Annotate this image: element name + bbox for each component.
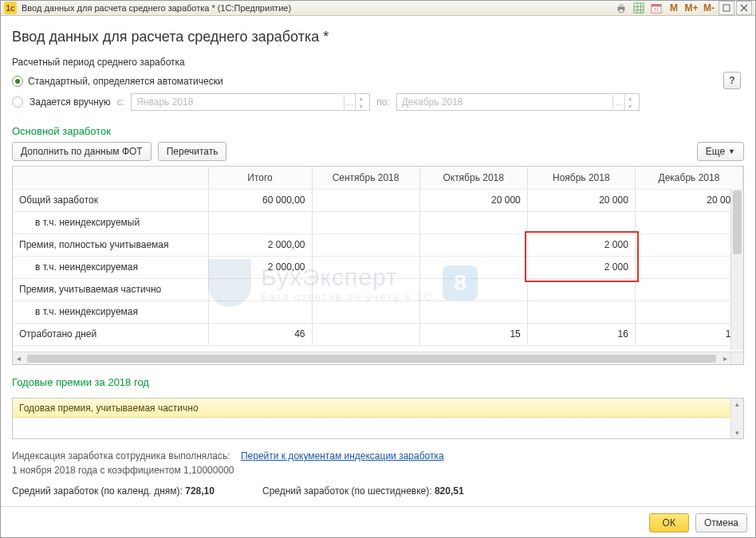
cancel-button[interactable]: Отмена xyxy=(695,513,747,532)
calendar-icon[interactable]: 31 xyxy=(648,1,664,15)
row-label-cell[interactable]: Премия, учитываемая частично xyxy=(13,278,208,300)
value-cell[interactable]: 2 000,00 xyxy=(208,256,312,278)
value-cell[interactable]: 2 000,00 xyxy=(208,234,312,256)
value-cell[interactable] xyxy=(527,300,635,323)
table-row[interactable]: в т.ч. неиндексируемый xyxy=(13,211,743,234)
from-ellipsis-icon[interactable]: … xyxy=(344,95,356,109)
from-spin-up-icon[interactable]: ▲ xyxy=(355,94,366,102)
radio-manual-label: Задается вручную xyxy=(30,96,111,108)
row-label-cell[interactable]: Общий заработок xyxy=(13,189,208,211)
value-cell[interactable] xyxy=(208,211,312,234)
row-label-cell[interactable]: в т.ч. неиндексируемая xyxy=(13,300,208,323)
app-window: 1c Ввод данных для расчета среднего зара… xyxy=(0,0,756,538)
row-label-cell[interactable]: Премия, полностью учитываемая xyxy=(13,234,208,256)
value-cell[interactable] xyxy=(208,278,312,300)
value-cell[interactable] xyxy=(527,211,635,234)
table-icon[interactable] xyxy=(631,1,647,15)
value-cell[interactable] xyxy=(419,211,527,234)
value-cell[interactable]: 46 xyxy=(208,323,312,345)
horizontal-scrollbar[interactable]: ◂ ▸ xyxy=(13,351,730,364)
value-cell[interactable]: 2 000 xyxy=(527,234,635,256)
value-cell[interactable] xyxy=(208,300,312,323)
vscroll-thumb[interactable] xyxy=(733,190,742,254)
value-cell[interactable]: 20 000 xyxy=(527,189,635,211)
indexation-link[interactable]: Перейти к документам индексации заработк… xyxy=(241,450,444,461)
period-from-field[interactable]: … ▲ ▼ xyxy=(131,93,370,111)
indexation-line2: 1 ноября 2018 года с коэффициентом 1,100… xyxy=(12,465,234,476)
col-rowhead xyxy=(13,167,208,189)
value-cell[interactable] xyxy=(312,211,419,234)
titlebar: 1c Ввод данных для расчета среднего зара… xyxy=(1,1,755,16)
value-cell[interactable] xyxy=(635,300,742,323)
help-button[interactable]: ? xyxy=(723,72,741,89)
value-cell[interactable] xyxy=(312,189,419,211)
value-cell[interactable]: 2 000 xyxy=(527,256,635,278)
value-cell[interactable] xyxy=(419,300,527,323)
annual-scroll-up-icon[interactable]: ▴ xyxy=(731,399,743,410)
table-row[interactable]: Премия, учитываемая частично xyxy=(13,278,743,300)
annual-row[interactable]: Годовая премия, учитываемая частично xyxy=(13,399,743,418)
value-cell[interactable] xyxy=(527,278,635,300)
fill-from-fot-button[interactable]: Дополнить по данным ФОТ xyxy=(12,142,152,161)
value-cell[interactable] xyxy=(312,300,419,323)
row-label-cell[interactable]: Отработано дней xyxy=(13,323,208,345)
radio-auto-row[interactable]: Стандартный, определяется автоматически xyxy=(12,76,744,87)
value-cell[interactable]: 20 000 xyxy=(419,189,527,211)
from-spin-down-icon[interactable]: ▼ xyxy=(355,102,366,110)
table-row[interactable]: в т.ч. неиндексируемая2 000,002 000 xyxy=(13,256,743,278)
table-row[interactable]: Премия, полностью учитываемая2 000,002 0… xyxy=(13,234,743,256)
averages-row: Средний заработок (по календ. дням): 728… xyxy=(12,485,744,497)
value-cell[interactable]: 15 xyxy=(635,323,742,345)
value-cell[interactable] xyxy=(312,278,419,300)
value-cell[interactable] xyxy=(635,256,742,278)
value-cell[interactable] xyxy=(312,234,419,256)
to-ellipsis-icon[interactable]: … xyxy=(612,95,624,109)
m-minus-button[interactable]: M- xyxy=(701,1,717,15)
annual-scrollbar[interactable]: ▴ ▾ xyxy=(730,399,743,438)
to-spin-down-icon[interactable]: ▼ xyxy=(624,102,636,110)
recalc-button[interactable]: Перечитать xyxy=(158,142,227,161)
value-cell[interactable] xyxy=(419,256,527,278)
radio-manual[interactable] xyxy=(12,96,23,108)
row-label-cell[interactable]: в т.ч. неиндексируемая xyxy=(13,256,208,278)
radio-auto-label: Стандартный, определяется автоматически xyxy=(28,76,223,87)
period-from-input[interactable] xyxy=(135,96,344,108)
value-cell[interactable] xyxy=(635,211,742,234)
hscroll-thumb[interactable] xyxy=(27,355,716,363)
value-cell[interactable]: 20 000 xyxy=(635,189,742,211)
table-row[interactable]: Отработано дней46151615 xyxy=(13,323,743,345)
more-button-label: Еще xyxy=(706,146,725,157)
value-cell[interactable] xyxy=(419,234,527,256)
svg-rect-3 xyxy=(634,3,644,13)
row-label-cell[interactable]: в т.ч. неиндексируемый xyxy=(13,211,208,234)
more-button[interactable]: Еще ▼ xyxy=(697,142,744,161)
value-cell[interactable] xyxy=(419,278,527,300)
vertical-scrollbar[interactable] xyxy=(730,189,743,350)
m-plus-button[interactable]: M+ xyxy=(683,1,699,15)
value-cell[interactable]: 60 000,00 xyxy=(208,189,312,211)
value-cell[interactable] xyxy=(635,278,742,300)
value-cell[interactable] xyxy=(635,234,742,256)
value-cell[interactable] xyxy=(312,323,419,345)
print-icon[interactable] xyxy=(613,1,629,15)
close-button[interactable] xyxy=(736,1,752,15)
radio-auto[interactable] xyxy=(12,76,23,87)
value-cell[interactable]: 15 xyxy=(419,323,527,345)
value-cell[interactable]: 16 xyxy=(527,323,635,345)
period-to-field[interactable]: … ▲ ▼ xyxy=(396,93,640,111)
hscroll-left-icon[interactable]: ◂ xyxy=(13,354,24,363)
scroll-corner xyxy=(730,351,743,364)
m-button[interactable]: M xyxy=(666,1,682,15)
earnings-table[interactable]: Итого Сентябрь 2018 Октябрь 2018 Ноябрь … xyxy=(13,167,743,346)
annual-scroll-down-icon[interactable]: ▾ xyxy=(731,427,743,438)
ok-button[interactable]: ОК xyxy=(649,513,689,532)
period-to-input[interactable] xyxy=(400,96,612,108)
table-row[interactable]: в т.ч. неиндексируемая xyxy=(13,300,743,323)
minimize-button[interactable] xyxy=(719,1,734,15)
value-cell[interactable] xyxy=(312,256,419,278)
annual-table[interactable]: Годовая премия, учитываемая частично ▴ ▾ xyxy=(12,398,744,439)
to-spin-up-icon[interactable]: ▲ xyxy=(624,94,636,102)
col-month-1: Сентябрь 2018 xyxy=(312,167,419,189)
table-row[interactable]: Общий заработок60 000,0020 00020 00020 0… xyxy=(13,189,743,211)
hscroll-right-icon[interactable]: ▸ xyxy=(719,354,730,363)
